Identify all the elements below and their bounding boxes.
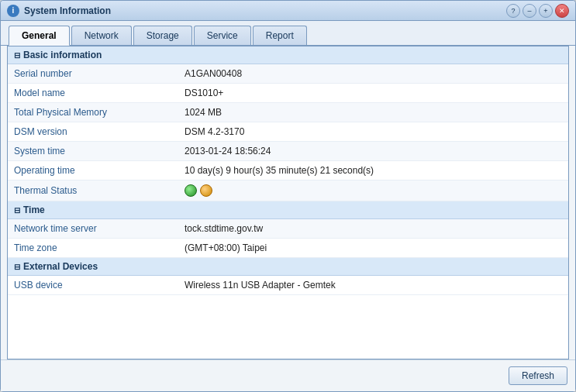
external-devices-header: ⊟ External Devices xyxy=(8,258,568,276)
label-time: System time xyxy=(14,146,185,156)
content-area: ⊟ Basic information Serial number A1GAN0… xyxy=(7,46,569,359)
label-uptime: Operating time xyxy=(14,165,185,176)
table-row: Total Physical Memory 1024 MB xyxy=(8,103,568,122)
label-timezone: Time zone xyxy=(14,242,185,253)
value-ntp: tock.stdtime.gov.tw xyxy=(185,223,263,234)
close-button[interactable]: ✕ xyxy=(555,4,569,18)
title-bar: i System Information ? – + ✕ xyxy=(1,1,575,21)
footer: Refresh xyxy=(1,359,575,391)
tab-service[interactable]: Service xyxy=(194,26,251,45)
value-model: DS1010+ xyxy=(185,88,223,98)
table-row: System time 2013-01-24 18:56:24 xyxy=(8,142,568,161)
label-model: Model name xyxy=(14,88,185,98)
thermal-green-indicator xyxy=(185,184,197,197)
label-usb: USB device xyxy=(14,280,185,291)
tab-general[interactable]: General xyxy=(9,26,70,46)
tab-network[interactable]: Network xyxy=(71,26,132,45)
title-buttons: ? – + ✕ xyxy=(506,4,569,18)
collapse-icon-basic[interactable]: ⊟ xyxy=(14,51,20,60)
tab-storage[interactable]: Storage xyxy=(133,26,192,45)
maximize-button[interactable]: + xyxy=(539,4,553,18)
tab-report[interactable]: Report xyxy=(253,26,307,45)
value-memory: 1024 MB xyxy=(185,107,222,118)
table-row: USB device Wireless 11n USB Adapter - Ge… xyxy=(8,276,568,295)
minimize-button[interactable]: – xyxy=(523,4,536,18)
label-serial: Serial number xyxy=(14,68,185,79)
window-title: System Information xyxy=(24,5,506,16)
value-usb: Wireless 11n USB Adapter - Gemtek xyxy=(185,280,336,291)
table-row: Time zone (GMT+08:00) Taipei xyxy=(8,239,568,258)
thermal-indicators xyxy=(185,184,212,197)
value-thermal xyxy=(185,184,212,197)
value-serial: A1GAN00408 xyxy=(185,68,242,79)
table-row: Network time server tock.stdtime.gov.tw xyxy=(8,219,568,239)
window-icon: i xyxy=(7,5,19,17)
table-row: Operating time 10 day(s) 9 hour(s) 35 mi… xyxy=(8,161,568,181)
thermal-orange-indicator xyxy=(200,184,212,197)
table-row: Serial number A1GAN00408 xyxy=(8,64,568,84)
system-info-window: i System Information ? – + ✕ General Net… xyxy=(0,0,576,392)
value-uptime: 10 day(s) 9 hour(s) 35 minute(s) 21 seco… xyxy=(185,165,374,176)
value-dsm: DSM 4.2-3170 xyxy=(185,126,244,137)
time-header: ⊟ Time xyxy=(8,201,568,219)
value-time: 2013-01-24 18:56:24 xyxy=(185,146,271,156)
table-row: Thermal Status xyxy=(8,181,568,201)
label-thermal: Thermal Status xyxy=(14,185,185,196)
basic-info-header: ⊟ Basic information xyxy=(8,46,568,64)
tab-bar: General Network Storage Service Report xyxy=(1,21,575,46)
refresh-button[interactable]: Refresh xyxy=(509,366,567,385)
help-button[interactable]: ? xyxy=(506,4,520,18)
collapse-icon-time[interactable]: ⊟ xyxy=(14,206,20,215)
table-row: Model name DS1010+ xyxy=(8,84,568,103)
collapse-icon-devices[interactable]: ⊟ xyxy=(14,263,20,271)
label-memory: Total Physical Memory xyxy=(14,107,185,118)
label-dsm: DSM version xyxy=(14,126,185,137)
label-ntp: Network time server xyxy=(14,223,185,234)
table-row: DSM version DSM 4.2-3170 xyxy=(8,122,568,142)
value-timezone: (GMT+08:00) Taipei xyxy=(185,242,267,253)
